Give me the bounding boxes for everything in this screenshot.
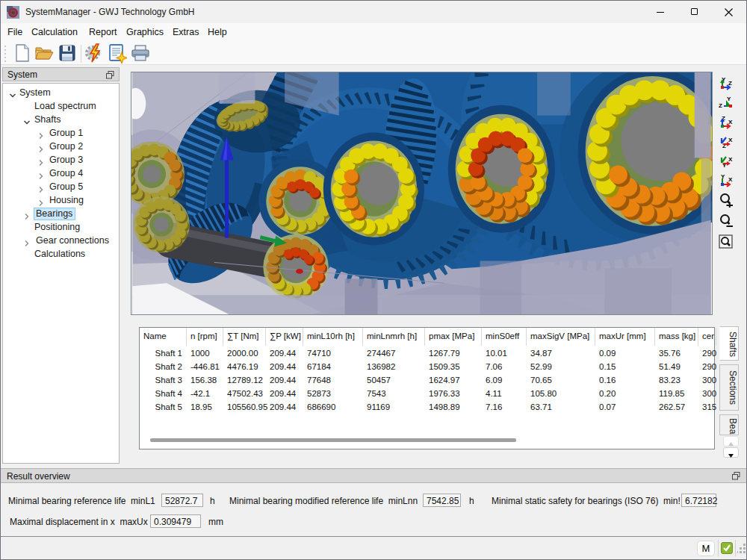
svg-text:X: X: [728, 176, 733, 183]
svg-text:X: X: [728, 137, 733, 143]
svg-text:X: X: [728, 119, 733, 125]
svg-text:X: X: [728, 156, 733, 163]
svg-text:Z: Z: [719, 102, 722, 109]
svg-text:Z: Z: [728, 80, 732, 87]
svg-text:Y: Y: [727, 96, 731, 102]
